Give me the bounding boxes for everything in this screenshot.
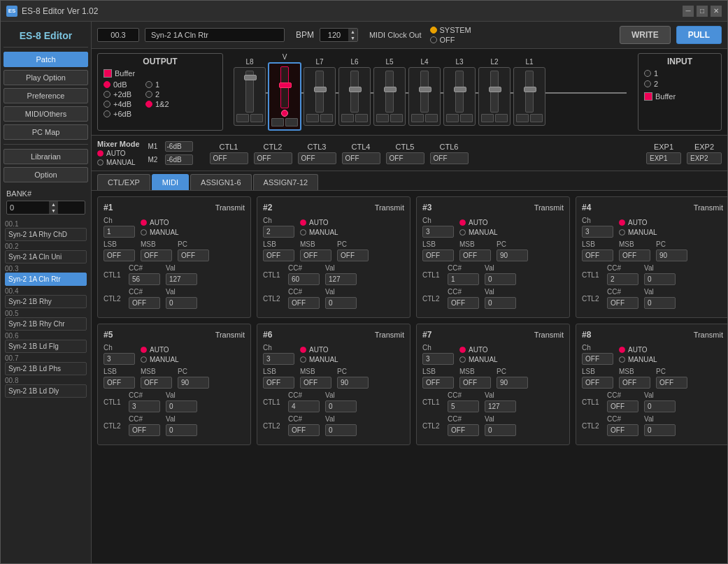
card-7-cc2[interactable]: OFF	[448, 424, 479, 436]
ctl3-select[interactable]: OFF	[298, 152, 336, 164]
card-3-val2[interactable]: 0	[485, 297, 516, 309]
card-3-auto-radio[interactable]	[459, 219, 466, 226]
card-1-val2[interactable]: 0	[166, 297, 197, 309]
ctl2-select[interactable]: OFF	[254, 152, 292, 164]
m2-select[interactable]: -6dB-3dB0dB	[165, 154, 193, 165]
ch-l6-fader[interactable]	[350, 71, 359, 113]
card-3-msb[interactable]: OFF	[459, 250, 491, 261]
card-8-cc2[interactable]: OFF	[607, 424, 638, 436]
card-2-pc[interactable]: OFF	[337, 250, 369, 261]
ch-l7-btn2[interactable]	[320, 114, 333, 122]
card-3-pc[interactable]: 90	[497, 250, 528, 261]
card-8-ch[interactable]: OFF	[582, 353, 613, 365]
sidebar-item-play-option[interactable]: Play Option	[3, 70, 88, 85]
ch-l8-btn1[interactable]	[236, 114, 249, 122]
card-1-ch[interactable]: 1	[104, 226, 135, 238]
ch-l4-btn1[interactable]	[411, 114, 424, 122]
bank-increment[interactable]: ▲	[49, 201, 58, 208]
bank-input[interactable]	[7, 202, 49, 213]
ch-l7-fader[interactable]	[315, 71, 324, 113]
card-2-lsb[interactable]: OFF	[263, 250, 294, 261]
card-8-msb[interactable]: OFF	[619, 377, 650, 389]
card-5-lsb[interactable]: OFF	[104, 377, 135, 389]
card-6-val2[interactable]: 0	[325, 424, 357, 436]
sidebar-item-patch[interactable]: Patch	[3, 52, 88, 67]
card-2-cc2[interactable]: OFF	[288, 297, 320, 309]
card-7-lsb[interactable]: OFF	[422, 377, 454, 389]
card-8-val1[interactable]: 0	[644, 400, 676, 412]
card-2-msb[interactable]: OFF	[300, 250, 331, 261]
preset-name-button-active[interactable]: Syn-2 1A Cln Rtr	[5, 273, 87, 286]
exp1-select[interactable]: EXP1	[646, 152, 681, 164]
card-1-cc2[interactable]: OFF	[129, 297, 160, 309]
card-4-cc2[interactable]: OFF	[607, 297, 638, 309]
tab-midi[interactable]: MIDI	[152, 174, 189, 190]
card-7-msb[interactable]: OFF	[459, 377, 491, 389]
level-0db-radio[interactable]	[104, 81, 110, 88]
bpm-increment[interactable]: ▲	[348, 29, 357, 35]
card-4-cc1[interactable]: 2	[607, 273, 638, 285]
exp2-select[interactable]: EXP2	[687, 152, 722, 164]
card-6-cc2[interactable]: OFF	[288, 424, 320, 436]
card-5-manual-radio[interactable]	[141, 356, 147, 363]
card-5-val2[interactable]: 0	[166, 424, 197, 436]
card-8-manual-radio[interactable]	[619, 356, 625, 363]
ch-l6-btn2[interactable]	[355, 114, 368, 122]
sidebar-item-pc-map[interactable]: PC Map	[3, 124, 88, 140]
ch-l6-btn1[interactable]	[341, 114, 354, 122]
card-1-lsb[interactable]: OFF	[104, 250, 135, 261]
maximize-button[interactable]: □	[697, 6, 708, 17]
card-7-pc[interactable]: 90	[497, 377, 528, 389]
ch-l7-btn1[interactable]	[306, 114, 319, 122]
card-4-msb[interactable]: OFF	[619, 250, 650, 261]
preset-name-button[interactable]: Syn-2 1B Rhy Chr	[5, 317, 87, 331]
card-1-pc[interactable]: OFF	[178, 250, 209, 261]
level-plus6db-radio[interactable]	[104, 110, 110, 117]
ctl5-select[interactable]: OFF	[386, 152, 424, 164]
output-buffer-checkbox[interactable]	[104, 69, 112, 78]
bank-decrement[interactable]: ▼	[49, 208, 58, 214]
ch-l3-btn2[interactable]	[460, 114, 473, 122]
card-2-ch[interactable]: 2	[263, 226, 294, 238]
card-5-ch[interactable]: 3	[104, 353, 135, 365]
card-7-cc1[interactable]: 5	[448, 400, 479, 412]
close-button[interactable]: ✕	[711, 6, 722, 17]
card-6-msb[interactable]: OFF	[300, 377, 331, 389]
input-buffer-checkbox[interactable]	[644, 92, 652, 101]
ch-l4-btn2[interactable]	[425, 114, 438, 122]
card-3-val1[interactable]: 0	[485, 273, 516, 285]
card-7-ch[interactable]: 3	[422, 353, 454, 365]
card-4-val1[interactable]: 0	[644, 273, 676, 285]
card-8-pc[interactable]: OFF	[656, 377, 687, 389]
output-2-radio[interactable]	[145, 91, 152, 98]
card-5-val1[interactable]: 0	[166, 400, 197, 412]
level-plus2db-radio[interactable]	[104, 91, 110, 98]
card-2-manual-radio[interactable]	[300, 229, 306, 236]
preset-name-button[interactable]: Syn-2 1B Ld Flg	[5, 340, 87, 353]
card-1-manual-radio[interactable]	[141, 229, 147, 236]
card-6-lsb[interactable]: OFF	[263, 377, 294, 389]
minimize-button[interactable]: ─	[683, 6, 694, 17]
card-1-cc1[interactable]: 56	[129, 273, 160, 285]
card-6-ch[interactable]: 3	[263, 353, 294, 365]
output-1and2-radio[interactable]	[145, 101, 152, 108]
sidebar-item-option[interactable]: Option	[3, 167, 88, 182]
output-1-radio[interactable]	[145, 81, 152, 88]
card-1-msb[interactable]: OFF	[141, 250, 172, 261]
ch-l2-fader[interactable]	[490, 71, 499, 113]
card-7-val2[interactable]: 0	[485, 424, 516, 436]
card-2-val1[interactable]: 127	[325, 273, 357, 285]
card-1-val1[interactable]: 127	[166, 273, 197, 285]
ch-l5-fader[interactable]	[385, 71, 394, 113]
ch-l1-fader[interactable]	[525, 71, 534, 113]
card-8-auto-radio[interactable]	[619, 347, 625, 353]
card-3-ch[interactable]: 3	[422, 226, 454, 238]
card-6-pc[interactable]: 90	[337, 377, 369, 389]
sidebar-item-preference[interactable]: Preference	[3, 88, 88, 103]
ctl1-select[interactable]: OFF	[210, 152, 248, 164]
ch-l5-btn1[interactable]	[376, 114, 389, 122]
m1-select[interactable]: -6dB-3dB0dB	[165, 141, 193, 152]
card-5-auto-radio[interactable]	[141, 347, 147, 353]
sidebar-item-librarian[interactable]: Librarian	[3, 149, 88, 164]
card-3-cc1[interactable]: 1	[448, 273, 479, 285]
